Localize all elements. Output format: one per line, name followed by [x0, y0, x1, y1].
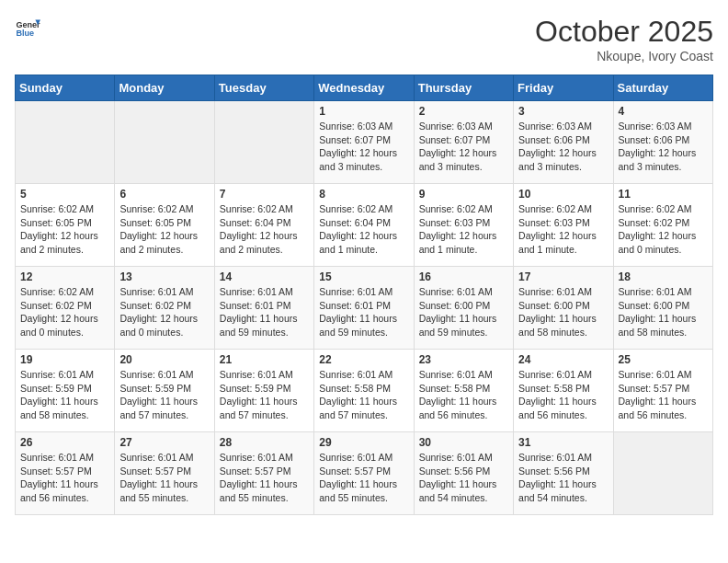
calendar-cell: 15Sunrise: 6:01 AM Sunset: 6:01 PM Dayli…: [314, 267, 414, 350]
day-number: 19: [20, 353, 109, 366]
calendar-cell: 6Sunrise: 6:02 AM Sunset: 6:05 PM Daylig…: [115, 184, 214, 267]
calendar-cell: 16Sunrise: 6:01 AM Sunset: 6:00 PM Dayli…: [414, 267, 513, 350]
day-info: Sunrise: 6:01 AM Sunset: 5:59 PM Dayligh…: [20, 368, 109, 422]
day-info: Sunrise: 6:01 AM Sunset: 5:57 PM Dayligh…: [20, 451, 109, 505]
day-number: 15: [319, 270, 408, 283]
day-info: Sunrise: 6:01 AM Sunset: 6:00 PM Dayligh…: [518, 285, 608, 339]
day-number: 22: [319, 353, 408, 366]
calendar-week-row: 26Sunrise: 6:01 AM Sunset: 5:57 PM Dayli…: [16, 432, 713, 515]
day-number: 16: [419, 270, 508, 283]
day-number: 24: [518, 353, 608, 366]
weekday-tuesday: Tuesday: [214, 75, 313, 101]
day-number: 18: [619, 270, 708, 283]
day-number: 27: [119, 436, 209, 449]
day-info: Sunrise: 6:02 AM Sunset: 6:02 PM Dayligh…: [20, 285, 109, 339]
day-info: Sunrise: 6:02 AM Sunset: 6:04 PM Dayligh…: [220, 202, 309, 257]
logo-icon: General Blue: [15, 15, 40, 40]
weekday-friday: Friday: [514, 75, 613, 101]
day-info: Sunrise: 6:02 AM Sunset: 6:03 PM Dayligh…: [518, 202, 608, 257]
calendar-cell: 30Sunrise: 6:01 AM Sunset: 5:56 PM Dayli…: [414, 432, 513, 515]
svg-text:Blue: Blue: [16, 29, 34, 38]
calendar-cell: 13Sunrise: 6:01 AM Sunset: 6:02 PM Dayli…: [115, 267, 214, 350]
day-number: 2: [419, 105, 508, 118]
day-info: Sunrise: 6:01 AM Sunset: 6:00 PM Dayligh…: [419, 285, 508, 339]
weekday-saturday: Saturday: [613, 75, 712, 101]
calendar-cell: [214, 101, 313, 184]
day-number: 17: [518, 270, 608, 283]
title-block: October 2025 Nkoupe, Ivory Coast: [535, 15, 713, 63]
day-info: Sunrise: 6:01 AM Sunset: 5:59 PM Dayligh…: [220, 368, 309, 422]
day-number: 1: [319, 105, 408, 118]
day-info: Sunrise: 6:01 AM Sunset: 6:01 PM Dayligh…: [220, 285, 309, 339]
calendar-week-row: 1Sunrise: 6:03 AM Sunset: 6:07 PM Daylig…: [16, 101, 713, 184]
day-info: Sunrise: 6:03 AM Sunset: 6:06 PM Dayligh…: [619, 120, 708, 174]
day-info: Sunrise: 6:01 AM Sunset: 5:57 PM Dayligh…: [220, 451, 309, 505]
calendar-cell: 23Sunrise: 6:01 AM Sunset: 5:58 PM Dayli…: [414, 350, 513, 432]
calendar-cell: 21Sunrise: 6:01 AM Sunset: 5:59 PM Dayli…: [214, 350, 313, 432]
calendar-cell: 27Sunrise: 6:01 AM Sunset: 5:57 PM Dayli…: [115, 432, 214, 515]
day-info: Sunrise: 6:01 AM Sunset: 5:58 PM Dayligh…: [419, 368, 508, 422]
calendar-table: SundayMondayTuesdayWednesdayThursdayFrid…: [15, 75, 713, 515]
weekday-sunday: Sunday: [16, 75, 115, 101]
calendar-cell: 17Sunrise: 6:01 AM Sunset: 6:00 PM Dayli…: [514, 267, 613, 350]
calendar-cell: 4Sunrise: 6:03 AM Sunset: 6:06 PM Daylig…: [613, 101, 712, 184]
weekday-monday: Monday: [115, 75, 214, 101]
day-info: Sunrise: 6:01 AM Sunset: 6:01 PM Dayligh…: [319, 285, 408, 339]
day-info: Sunrise: 6:01 AM Sunset: 5:56 PM Dayligh…: [419, 451, 508, 505]
day-info: Sunrise: 6:02 AM Sunset: 6:05 PM Dayligh…: [119, 202, 209, 257]
calendar-body: 1Sunrise: 6:03 AM Sunset: 6:07 PM Daylig…: [16, 101, 713, 515]
calendar-cell: 26Sunrise: 6:01 AM Sunset: 5:57 PM Dayli…: [16, 432, 115, 515]
day-number: 21: [220, 353, 309, 366]
day-info: Sunrise: 6:03 AM Sunset: 6:07 PM Dayligh…: [419, 120, 508, 174]
day-number: 5: [20, 188, 109, 201]
day-info: Sunrise: 6:02 AM Sunset: 6:02 PM Dayligh…: [619, 202, 708, 257]
calendar-cell: 1Sunrise: 6:03 AM Sunset: 6:07 PM Daylig…: [314, 101, 414, 184]
calendar-cell: 2Sunrise: 6:03 AM Sunset: 6:07 PM Daylig…: [414, 101, 513, 184]
day-number: 10: [518, 188, 608, 201]
calendar-cell: 3Sunrise: 6:03 AM Sunset: 6:06 PM Daylig…: [514, 101, 613, 184]
day-number: 26: [20, 436, 109, 449]
calendar-cell: 28Sunrise: 6:01 AM Sunset: 5:57 PM Dayli…: [214, 432, 313, 515]
calendar-week-row: 5Sunrise: 6:02 AM Sunset: 6:05 PM Daylig…: [16, 184, 713, 267]
calendar-week-row: 12Sunrise: 6:02 AM Sunset: 6:02 PM Dayli…: [16, 267, 713, 350]
day-number: 29: [319, 436, 408, 449]
calendar-week-row: 19Sunrise: 6:01 AM Sunset: 5:59 PM Dayli…: [16, 350, 713, 432]
calendar-cell: 12Sunrise: 6:02 AM Sunset: 6:02 PM Dayli…: [16, 267, 115, 350]
calendar-cell: [613, 432, 712, 515]
day-number: 8: [319, 188, 408, 201]
day-number: 30: [419, 436, 508, 449]
day-info: Sunrise: 6:02 AM Sunset: 6:05 PM Dayligh…: [20, 202, 109, 257]
calendar-cell: [115, 101, 214, 184]
weekday-wednesday: Wednesday: [314, 75, 414, 101]
day-info: Sunrise: 6:02 AM Sunset: 6:04 PM Dayligh…: [319, 202, 408, 257]
day-info: Sunrise: 6:01 AM Sunset: 5:58 PM Dayligh…: [518, 368, 608, 422]
calendar-cell: 7Sunrise: 6:02 AM Sunset: 6:04 PM Daylig…: [214, 184, 313, 267]
day-info: Sunrise: 6:03 AM Sunset: 6:07 PM Dayligh…: [319, 120, 408, 174]
day-number: 14: [220, 270, 309, 283]
calendar-cell: 11Sunrise: 6:02 AM Sunset: 6:02 PM Dayli…: [613, 184, 712, 267]
day-info: Sunrise: 6:01 AM Sunset: 6:00 PM Dayligh…: [619, 285, 708, 339]
calendar-cell: 31Sunrise: 6:01 AM Sunset: 5:56 PM Dayli…: [514, 432, 613, 515]
day-number: 7: [220, 188, 309, 201]
logo: General Blue: [15, 15, 40, 40]
day-number: 23: [419, 353, 508, 366]
weekday-header-row: SundayMondayTuesdayWednesdayThursdayFrid…: [16, 75, 713, 101]
day-number: 3: [518, 105, 608, 118]
calendar-header: SundayMondayTuesdayWednesdayThursdayFrid…: [16, 75, 713, 101]
day-info: Sunrise: 6:01 AM Sunset: 5:56 PM Dayligh…: [518, 451, 608, 505]
calendar-cell: 8Sunrise: 6:02 AM Sunset: 6:04 PM Daylig…: [314, 184, 414, 267]
day-info: Sunrise: 6:01 AM Sunset: 5:57 PM Dayligh…: [119, 451, 209, 505]
calendar-cell: 10Sunrise: 6:02 AM Sunset: 6:03 PM Dayli…: [514, 184, 613, 267]
calendar-cell: 5Sunrise: 6:02 AM Sunset: 6:05 PM Daylig…: [16, 184, 115, 267]
day-number: 13: [119, 270, 209, 283]
location: Nkoupe, Ivory Coast: [535, 49, 713, 63]
month-title: October 2025: [535, 15, 713, 49]
day-info: Sunrise: 6:01 AM Sunset: 5:58 PM Dayligh…: [319, 368, 408, 422]
day-number: 12: [20, 270, 109, 283]
weekday-thursday: Thursday: [414, 75, 513, 101]
calendar-cell: 9Sunrise: 6:02 AM Sunset: 6:03 PM Daylig…: [414, 184, 513, 267]
day-number: 11: [619, 188, 708, 201]
day-number: 28: [220, 436, 309, 449]
calendar-cell: 18Sunrise: 6:01 AM Sunset: 6:00 PM Dayli…: [613, 267, 712, 350]
day-number: 20: [119, 353, 209, 366]
